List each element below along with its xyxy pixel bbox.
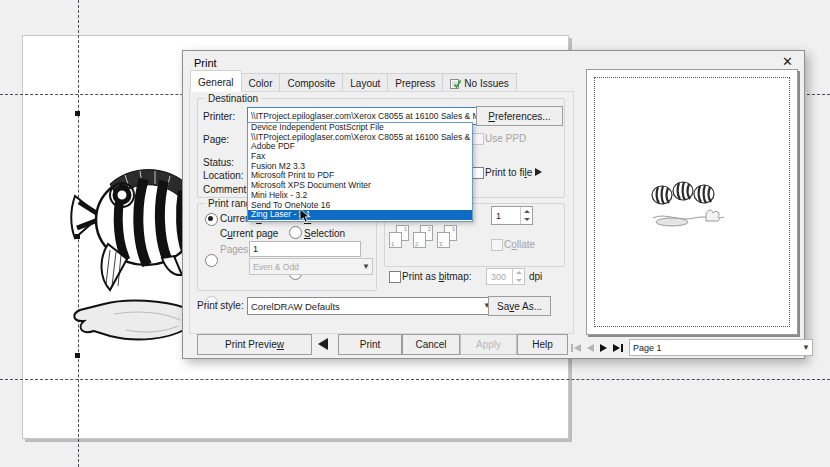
cursor-arrow-icon: [299, 208, 310, 224]
striped-fish-drawing: [70, 138, 195, 300]
guideline-horizontal-bottom[interactable]: [0, 379, 830, 380]
current-document-radio[interactable]: [205, 213, 218, 226]
selection-handle-middle[interactable]: [75, 234, 80, 239]
print-to-file-checkbox[interactable]: [472, 167, 484, 179]
print-preview-button[interactable]: Print Preview: [197, 334, 312, 355]
print-as-bitmap-label: Print as bitmap:: [402, 271, 471, 282]
printer-option[interactable]: Send To OneNote 16: [248, 201, 472, 211]
printer-option[interactable]: Microsoft XPS Document Writer: [248, 181, 472, 191]
use-ppd-checkbox[interactable]: [472, 133, 484, 145]
page-select-combobox[interactable]: Page 1 ▼: [629, 339, 813, 356]
save-as-button[interactable]: Save As...: [488, 296, 551, 316]
status-label: Status:: [203, 157, 234, 168]
driftwood-drawing: [68, 290, 190, 348]
collate-pages-icon: 3 3: [437, 225, 458, 249]
current-page-radio[interactable]: [205, 254, 218, 267]
tab-layout[interactable]: Layout: [343, 73, 388, 92]
print-button[interactable]: Print: [338, 334, 402, 355]
use-ppd-label: Use PPD: [485, 133, 526, 144]
last-page-icon[interactable]: [613, 344, 623, 352]
print-to-file-expand-icon[interactable]: [535, 168, 542, 176]
printer-label: Printer:: [203, 111, 235, 122]
tab-color[interactable]: Color: [242, 73, 281, 92]
help-button[interactable]: Help: [517, 334, 568, 355]
printer-option[interactable]: Fusion M2 3.3: [248, 162, 472, 172]
app-root: Print ✕ General Color Composite Layout P…: [0, 0, 830, 467]
current-page-label: Current page: [220, 228, 278, 239]
selection-label: Selection: [304, 228, 345, 239]
print-style-combobox[interactable]: CorelDRAW Defaults ▼: [247, 297, 494, 315]
print-style-label: Print style:: [197, 300, 244, 311]
collate-pages-icon: 2 2: [413, 225, 434, 249]
collate-order-icons: 1 1 2 2 3 3: [389, 225, 458, 249]
print-dialog: Print ✕ General Color Composite Layout P…: [182, 50, 805, 359]
tab-prepress[interactable]: Prepress: [388, 73, 443, 92]
spinner-up-icon[interactable]: [521, 207, 532, 216]
collate-checkbox[interactable]: [491, 239, 503, 251]
tab-no-issues[interactable]: No Issues: [443, 73, 516, 92]
collapse-preview-icon[interactable]: [318, 338, 328, 350]
dpi-unit-label: dpi: [529, 271, 542, 282]
tab-composite[interactable]: Composite: [280, 73, 343, 92]
printer-option[interactable]: Mini Helix - 3.2: [248, 191, 472, 201]
printer-option-highlighted[interactable]: Zing Laser - 2.1: [248, 210, 472, 220]
destination-legend: Destination: [205, 93, 261, 104]
printer-option[interactable]: \\ITProject.epiloglaser.com\Xerox C8055 …: [248, 133, 472, 143]
next-page-icon[interactable]: [600, 344, 607, 352]
selection-handle-top[interactable]: [75, 111, 80, 116]
preview-fish-thumbnail: [650, 180, 730, 234]
chevron-down-icon: ▼: [802, 342, 810, 351]
page-label: Page:: [203, 134, 229, 145]
collate-label: Collate: [504, 239, 535, 250]
page-navigation: Page 1 ▼: [571, 339, 813, 356]
printer-option[interactable]: Microsoft Print to PDF: [248, 171, 472, 181]
location-label: Location:: [203, 170, 244, 181]
collate-pages-icon: 1 1: [389, 225, 410, 249]
cancel-button[interactable]: Cancel: [402, 334, 460, 355]
printer-option[interactable]: Device Independent PostScript File: [248, 123, 472, 133]
tab-general[interactable]: General: [190, 70, 242, 92]
preferences-button[interactable]: Preferences...: [476, 106, 563, 126]
no-issues-check-icon: [450, 78, 461, 89]
comment-label: Comment:: [203, 184, 249, 195]
spinner-up-icon: [513, 269, 524, 277]
printer-option[interactable]: Adobe PDF: [248, 142, 472, 152]
printer-option[interactable]: Fax: [248, 152, 472, 162]
documents-radio[interactable]: [289, 226, 302, 239]
even-odd-combobox[interactable]: Even & Odd ▼: [249, 258, 373, 275]
prev-page-icon[interactable]: [587, 344, 594, 352]
spinner-down-icon[interactable]: [521, 216, 532, 225]
print-to-file-label: Print to file: [485, 167, 532, 178]
spinner-down-icon: [513, 277, 524, 285]
bitmap-dpi-stepper[interactable]: 300: [486, 268, 525, 285]
pages-label: Pages:: [220, 244, 251, 255]
pages-input[interactable]: 1: [249, 241, 361, 257]
dialog-title: Print: [194, 57, 217, 69]
apply-button[interactable]: Apply: [460, 334, 517, 355]
tab-strip: General Color Composite Layout Prepress …: [190, 75, 517, 92]
print-preview-page: [586, 69, 798, 335]
selection-handle-bottom[interactable]: [75, 353, 80, 358]
print-as-bitmap-checkbox[interactable]: [389, 271, 401, 283]
close-icon[interactable]: ✕: [782, 55, 793, 68]
first-page-icon[interactable]: [571, 344, 581, 352]
printer-dropdown-list: Device Independent PostScript File \\ITP…: [247, 122, 473, 222]
chevron-down-icon: ▼: [362, 261, 370, 270]
copies-stepper[interactable]: 1: [491, 206, 533, 225]
